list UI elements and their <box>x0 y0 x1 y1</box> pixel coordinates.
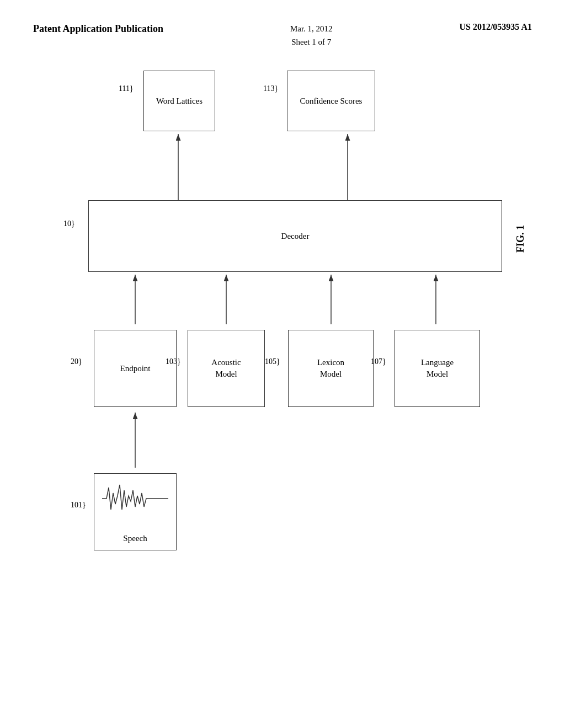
acoustic-model-box: AcousticModel <box>188 330 265 407</box>
ref-101: 101} <box>71 501 86 510</box>
fig-label: FIG. 1 <box>515 225 526 253</box>
ref-20: 20} <box>71 357 82 366</box>
word-lattices-box: Word Lattices <box>143 71 215 131</box>
page: Patent Application Publication Mar. 1, 2… <box>0 0 565 728</box>
acoustic-model-label: AcousticModel <box>211 357 241 380</box>
ref-107: 107} <box>371 357 386 366</box>
diagram: Word Lattices 111} Confidence Scores 113… <box>33 60 532 699</box>
waveform-icon <box>102 479 168 518</box>
endpoint-box: Endpoint <box>94 330 177 407</box>
lexicon-model-label: LexiconModel <box>317 357 344 380</box>
sheet: Sheet 1 of 7 <box>291 38 331 46</box>
decoder-box: Decoder <box>88 200 502 272</box>
publication-title: Patent Application Publication <box>33 22 163 36</box>
date: Mar. 1, 2012 <box>290 24 333 33</box>
lexicon-model-box: LexiconModel <box>288 330 374 407</box>
speech-label: Speech <box>123 533 147 544</box>
ref-113: 113} <box>263 84 278 93</box>
word-lattices-label: Word Lattices <box>156 95 202 107</box>
decoder-label: Decoder <box>281 231 310 242</box>
endpoint-label: Endpoint <box>120 363 151 374</box>
ref-103: 103} <box>166 357 181 366</box>
ref-105: 105} <box>265 357 280 366</box>
language-model-box: LanguageModel <box>395 330 480 407</box>
patent-number: US 2012/053935 A1 <box>459 22 532 32</box>
language-model-label: LanguageModel <box>421 357 454 380</box>
speech-box: Speech <box>94 473 177 550</box>
ref-10: 10} <box>63 220 75 228</box>
confidence-scores-box: Confidence Scores <box>287 71 375 131</box>
confidence-scores-label: Confidence Scores <box>300 95 363 107</box>
header-date-sheet: Mar. 1, 2012 Sheet 1 of 7 <box>290 22 333 49</box>
ref-111: 111} <box>119 84 134 93</box>
header: Patent Application Publication Mar. 1, 2… <box>33 22 532 49</box>
